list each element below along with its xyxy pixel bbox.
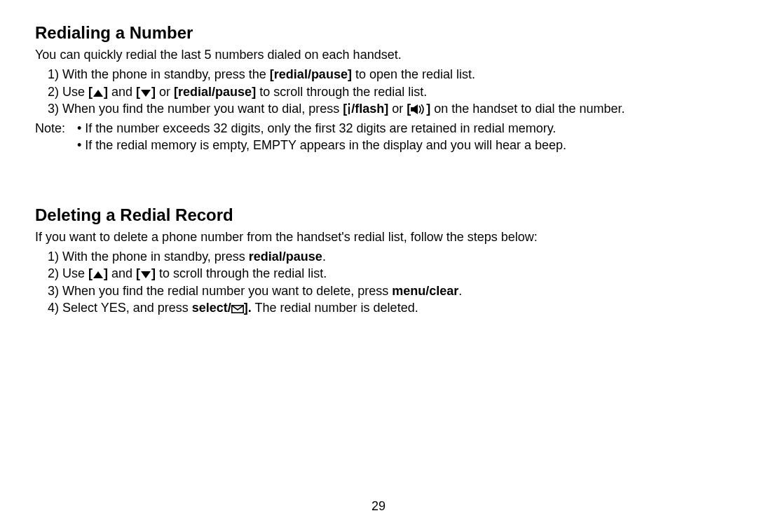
note2: • If the redial memory is empty, EMPTY a… xyxy=(77,137,722,154)
section1-step1: 1) With the phone in standby, press the … xyxy=(48,66,722,83)
section2-step1: 1) With the phone in standby, press redi… xyxy=(48,248,722,265)
step-text: . xyxy=(458,284,462,298)
select-key-prefix: select/ xyxy=(192,301,231,315)
section2-steps: 1) With the phone in standby, press redi… xyxy=(35,248,722,316)
note1: • If the number exceeds 32 digits, only … xyxy=(77,120,722,137)
section2-step2: 2) Use [] and [] to scroll through the r… xyxy=(48,265,722,282)
down-arrow-icon xyxy=(140,89,151,97)
redial-pause-key: [redial/pause] xyxy=(270,67,352,81)
section2-step3: 3) When you find the redial number you w… xyxy=(48,282,722,299)
step-text: to scroll through the redial list. xyxy=(256,85,427,99)
svg-marker-7 xyxy=(141,271,151,278)
section2-heading: Deleting a Redial Record xyxy=(35,205,722,226)
section2-intro: If you want to delete a phone number fro… xyxy=(35,229,722,245)
step-text: to open the redial list. xyxy=(352,67,475,81)
flash-key: /flash] xyxy=(351,102,388,116)
and-word: and xyxy=(108,85,136,99)
note-bullets: • If the number exceeds 32 digits, only … xyxy=(77,120,722,154)
redial-pause-key: redial/pause xyxy=(249,250,322,264)
step-text: on the handset to dial the number. xyxy=(430,102,625,116)
svg-rect-3 xyxy=(348,107,350,114)
step-text: The redial number is deleted. xyxy=(252,301,418,315)
redial-pause-key: [redial/pause] xyxy=(174,85,256,99)
menu-clear-key: menu/clear xyxy=(392,284,458,298)
manual-page: Redialing a Number You can quickly redia… xyxy=(0,0,757,532)
section1-steps: 1) With the phone in standby, press the … xyxy=(35,66,722,117)
speaker-icon xyxy=(411,104,426,114)
step-text: to scroll through the redial list. xyxy=(156,266,327,280)
and-word: and xyxy=(108,266,136,280)
step-text: 3) When you find the redial number you w… xyxy=(48,284,392,298)
or-word: or xyxy=(156,85,174,99)
step-text: 2) Use xyxy=(48,85,88,99)
svg-rect-4 xyxy=(411,107,414,111)
svg-marker-1 xyxy=(141,90,151,97)
section1-heading: Redialing a Number xyxy=(35,22,722,43)
svg-marker-0 xyxy=(93,90,103,97)
section1-intro: You can quickly redial the last 5 number… xyxy=(35,46,722,63)
or-word: or xyxy=(388,102,407,116)
step-text: 1) With the phone in standby, press the xyxy=(48,67,270,81)
section2-step4: 4) Select YES, and press select/]. The r… xyxy=(48,299,722,316)
section1-step3: 3) When you find the number you want to … xyxy=(48,100,722,117)
svg-marker-6 xyxy=(93,271,103,278)
section1-step2: 2) Use [] and [] or [redial/pause] to sc… xyxy=(48,83,722,100)
section-spacer xyxy=(35,154,722,205)
step-text: 2) Use xyxy=(48,266,88,280)
step-text: 3) When you find the number you want to … xyxy=(48,102,343,116)
up-arrow-icon xyxy=(93,271,104,279)
svg-marker-5 xyxy=(414,104,418,114)
step-text: 4) Select YES, and press xyxy=(48,301,192,315)
up-arrow-icon xyxy=(93,89,104,97)
step-text: 1) With the phone in standby, press xyxy=(48,250,249,264)
note-label: Note: xyxy=(35,120,77,154)
section1-note: Note: • If the number exceeds 32 digits,… xyxy=(35,120,722,154)
envelope-icon xyxy=(231,305,244,313)
svg-rect-2 xyxy=(348,103,350,105)
step-text: . xyxy=(322,250,326,264)
page-number: 29 xyxy=(0,499,757,514)
down-arrow-icon xyxy=(140,271,151,279)
